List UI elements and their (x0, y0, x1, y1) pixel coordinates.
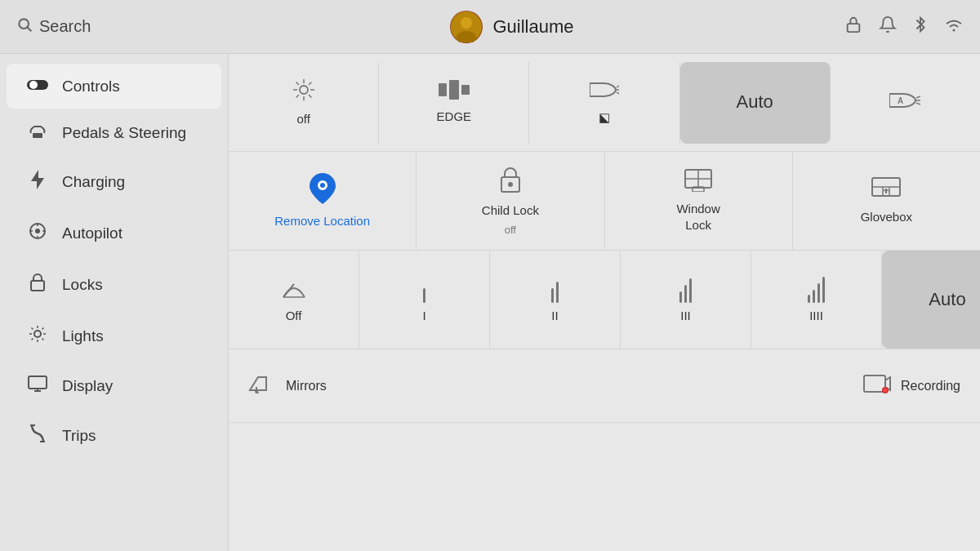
wifi-icon (944, 16, 964, 38)
search-icon (16, 16, 33, 37)
wiper-speed-4-cell[interactable]: IIII (751, 251, 882, 349)
sidebar-item-charging[interactable]: Charging (7, 157, 221, 207)
glovebox-label: Glovebox (861, 209, 912, 225)
sidebar-item-trips[interactable]: Trips (7, 411, 221, 460)
lighting-row: off EDGE (229, 54, 980, 152)
wiper-auto-cell[interactable]: Auto (882, 251, 980, 349)
wiper-auto-label: Auto (929, 288, 965, 312)
child-lock-label: Child Lock (482, 202, 539, 219)
trips-icon (26, 424, 49, 447)
wiper-4-label: IIII (809, 308, 823, 324)
username: Guillaume (492, 16, 573, 38)
svg-rect-65 (864, 375, 885, 392)
glovebox-cell[interactable]: Glovebox (793, 152, 980, 250)
svg-point-3 (461, 17, 472, 29)
sidebar-label-display: Display (62, 377, 113, 395)
svg-rect-41 (439, 83, 447, 96)
svg-line-37 (296, 82, 299, 86)
sidebar-item-lights[interactable]: Lights (7, 311, 221, 361)
header: Search Guillaume (0, 0, 980, 54)
sidebar-item-controls[interactable]: Controls (7, 64, 221, 109)
avatar (450, 11, 483, 43)
main: Controls Pedals & Steering Charging (0, 54, 980, 551)
edge-label: EDGE (437, 109, 472, 125)
sidebar-item-pedals[interactable]: Pedals & Steering (7, 110, 221, 155)
wiper-speed-3-cell[interactable]: III (621, 251, 751, 349)
beam-d-icon (590, 79, 619, 104)
wiper-2-label: II (551, 308, 558, 324)
svg-rect-43 (461, 85, 470, 95)
wiper-off-cell[interactable]: Off (229, 251, 359, 349)
search-area[interactable]: Search (16, 16, 180, 37)
mirrors-item[interactable]: Mirrors (248, 374, 327, 398)
recording-icon (863, 372, 891, 400)
svg-point-18 (34, 331, 41, 337)
sidebar-label-trips: Trips (62, 427, 96, 445)
child-lock-icon (499, 166, 522, 198)
wiper-3-label: III (680, 308, 691, 324)
brightness-label: off (296, 111, 310, 127)
svg-line-38 (309, 95, 312, 98)
svg-point-8 (29, 81, 38, 89)
header-icons (844, 16, 964, 38)
location-pin-icon (310, 173, 336, 208)
wiper-speed-2-cell[interactable]: II (490, 251, 621, 349)
toggle-icon (26, 77, 49, 96)
brightness-icon (292, 78, 316, 106)
display-icon (26, 375, 49, 396)
svg-rect-27 (29, 376, 47, 389)
svg-point-0 (19, 19, 29, 29)
sidebar-label-autopilot: Autopilot (62, 224, 122, 242)
svg-line-26 (32, 339, 33, 340)
sidebar-item-autopilot[interactable]: Autopilot (7, 208, 221, 258)
window-lock-icon (684, 169, 712, 196)
child-lock-sublabel: off (505, 224, 516, 236)
svg-point-67 (884, 388, 888, 392)
autopilot-icon (26, 221, 49, 245)
sidebar-item-display[interactable]: Display (7, 362, 221, 409)
svg-line-44 (617, 86, 619, 87)
edge-icon (439, 80, 470, 104)
steering-icon (26, 123, 49, 142)
auto-cell[interactable]: Auto (680, 62, 831, 144)
auto-label: Auto (737, 91, 773, 114)
lock-icon (26, 273, 49, 296)
sidebar-item-locks[interactable]: Locks (7, 260, 221, 309)
svg-line-47 (916, 96, 920, 98)
sidebar-label-locks: Locks (62, 276, 103, 294)
edge-cell[interactable]: EDGE (379, 62, 529, 144)
svg-line-40 (296, 95, 299, 98)
svg-line-1 (28, 28, 32, 32)
recording-label: Recording (901, 379, 960, 393)
bell-icon (879, 16, 897, 38)
svg-line-24 (42, 339, 44, 340)
recording-item[interactable]: Recording (863, 372, 960, 400)
child-lock-cell[interactable]: Child Lock off (416, 152, 604, 250)
beam-d-cell[interactable]: ⬕ (529, 62, 679, 144)
wiper-off-label: Off (286, 308, 302, 324)
lock-icon (844, 16, 862, 38)
brightness-cell[interactable]: off (229, 62, 379, 144)
locks-row: Remove Location Child Lock off (229, 152, 980, 251)
svg-line-62 (283, 284, 294, 297)
mirrors-recording-row: Mirrors Recording (229, 349, 980, 423)
auto2-cell[interactable]: A (831, 62, 980, 144)
svg-rect-9 (33, 133, 42, 138)
svg-line-25 (42, 328, 44, 330)
wiper-speed-1-cell[interactable]: I (359, 251, 490, 349)
beam-d-label: ⬕ (599, 109, 610, 126)
svg-line-23 (32, 328, 33, 330)
svg-line-46 (617, 92, 619, 94)
svg-point-54 (508, 182, 513, 187)
wiper-1-label: I (422, 308, 425, 324)
svg-text:A: A (898, 96, 903, 105)
glovebox-icon (871, 177, 901, 204)
sidebar-label-lights: Lights (62, 327, 104, 345)
mirrors-icon (248, 374, 276, 398)
window-lock-cell[interactable]: WindowLock (605, 152, 793, 250)
remove-location-cell[interactable]: Remove Location (229, 152, 416, 250)
search-label: Search (39, 17, 91, 36)
wipers-row: Off I II II (229, 251, 980, 349)
svg-point-12 (35, 229, 40, 233)
sidebar-label-charging: Charging (62, 173, 125, 191)
